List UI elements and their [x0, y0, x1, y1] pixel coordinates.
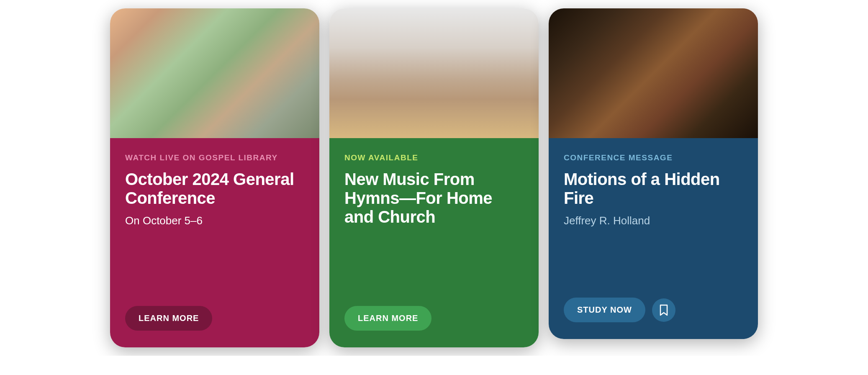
- card-title: New Music From Hymns—For Home and Church: [344, 170, 524, 226]
- card-title: Motions of a Hidden Fire: [564, 170, 743, 208]
- card-eyebrow: CONFERENCE MESSAGE: [564, 153, 743, 162]
- card-subtitle: On October 5–6: [125, 214, 304, 227]
- card-title: October 2024 General Conference: [125, 170, 304, 208]
- card-body: CONFERENCE MESSAGE Motions of a Hidden F…: [549, 138, 758, 339]
- learn-more-button[interactable]: LEARN MORE: [344, 306, 431, 331]
- study-now-button[interactable]: STUDY NOW: [564, 298, 645, 322]
- bookmark-icon: [659, 304, 669, 316]
- card-image-painting: [110, 8, 319, 138]
- card-eyebrow: NOW AVAILABLE: [344, 153, 524, 162]
- card-body: NOW AVAILABLE New Music From Hymns—For H…: [329, 138, 539, 347]
- card-actions: LEARN MORE: [344, 306, 524, 331]
- card-image-congregation: [329, 8, 539, 138]
- card-body: WATCH LIVE ON GOSPEL LIBRARY October 202…: [110, 138, 319, 347]
- card-eyebrow: WATCH LIVE ON GOSPEL LIBRARY: [125, 153, 304, 162]
- card-subtitle: Jeffrey R. Holland: [564, 214, 743, 227]
- feature-card-hymns[interactable]: NOW AVAILABLE New Music From Hymns—For H…: [329, 8, 539, 347]
- bookmark-button[interactable]: [652, 298, 675, 322]
- card-image-speaker: [549, 8, 758, 138]
- card-actions: LEARN MORE: [125, 306, 304, 331]
- learn-more-button[interactable]: LEARN MORE: [125, 306, 212, 331]
- card-actions: STUDY NOW: [564, 298, 743, 322]
- feature-card-conference[interactable]: WATCH LIVE ON GOSPEL LIBRARY October 202…: [110, 8, 319, 347]
- feature-card-message[interactable]: CONFERENCE MESSAGE Motions of a Hidden F…: [549, 8, 758, 339]
